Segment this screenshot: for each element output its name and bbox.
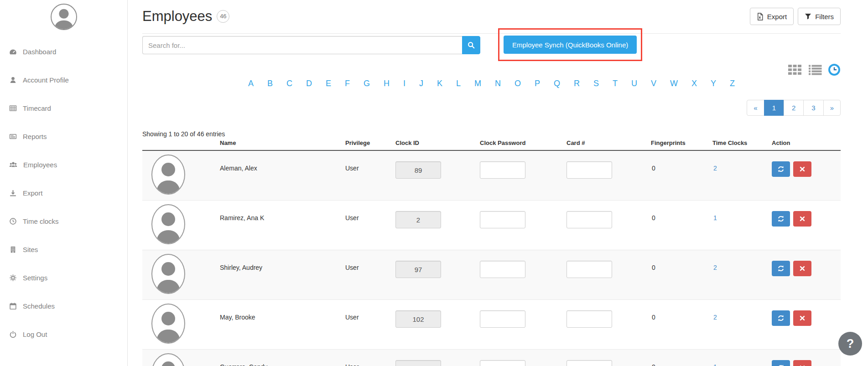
alphabet-letter-Z[interactable]: Z <box>730 79 735 88</box>
alphabet-letter-W[interactable]: W <box>670 79 678 88</box>
alphabet-letter-S[interactable]: S <box>593 79 599 88</box>
clock-id-input[interactable] <box>395 261 441 278</box>
sync-employee-button[interactable] <box>772 360 790 366</box>
sync-employee-button[interactable] <box>772 261 790 276</box>
alphabet-letter-E[interactable]: E <box>326 79 331 88</box>
alphabet-letter-O[interactable]: O <box>515 79 521 88</box>
alphabet-letter-D[interactable]: D <box>306 79 312 88</box>
sidebar-item-employees[interactable]: Employees <box>0 150 127 179</box>
alphabet-letter-G[interactable]: G <box>364 79 370 88</box>
sidebar-item-account-profile[interactable]: Account Profile <box>0 66 127 94</box>
sync-employee-button[interactable] <box>772 161 790 177</box>
pagination-page-2[interactable]: 2 <box>784 100 804 116</box>
entries-summary: Showing 1 to 20 of 46 entries <box>142 130 841 138</box>
alphabet-letter-J[interactable]: J <box>419 79 423 88</box>
sidebar-item-settings[interactable]: Settings <box>0 263 127 292</box>
list-view-icon[interactable] <box>808 64 822 75</box>
sidebar-item-label: Timecard <box>23 104 51 112</box>
delete-employee-button[interactable] <box>793 211 811 227</box>
clock-view-icon[interactable] <box>828 63 841 76</box>
clock-id-input[interactable] <box>395 310 441 328</box>
delete-employee-button[interactable] <box>793 360 811 366</box>
alphabet-letter-X[interactable]: X <box>691 79 697 88</box>
alphabet-letter-B[interactable]: B <box>267 79 273 88</box>
employee-avatar <box>151 304 185 344</box>
column-header-time-clocks: Time Clocks <box>707 139 766 146</box>
sidebar-item-timecard[interactable]: Timecard <box>0 94 127 122</box>
alphabet-letter-I[interactable]: I <box>403 79 405 88</box>
alphabet-letter-H[interactable]: H <box>384 79 390 88</box>
sync-employee-button[interactable] <box>772 310 790 326</box>
sidebar-item-label: Account Profile <box>23 76 69 84</box>
pagination-prev-button[interactable]: « <box>747 100 764 116</box>
column-header-name: Name <box>214 139 340 146</box>
search-group <box>142 36 480 54</box>
alphabet-letter-P[interactable]: P <box>535 79 540 88</box>
clock-id-input[interactable] <box>395 161 441 179</box>
search-button[interactable] <box>462 36 480 54</box>
employee-name: May, Brooke <box>214 300 340 321</box>
pagination-page-1[interactable]: 1 <box>764 100 784 116</box>
fingerprints-count: 0 <box>645 300 707 321</box>
time-clocks-link[interactable]: 2 <box>707 300 717 321</box>
sidebar-item-time-clocks[interactable]: Time clocks <box>0 207 127 235</box>
card-number-input[interactable] <box>567 310 612 328</box>
clock-password-input[interactable] <box>480 310 525 328</box>
sidebar: Dashboard Account Profile Timecard Repor… <box>0 0 128 366</box>
card-number-input[interactable] <box>567 360 612 366</box>
alphabet-letter-C[interactable]: C <box>286 79 292 88</box>
time-clocks-link[interactable]: 2 <box>707 151 717 172</box>
card-number-input[interactable] <box>567 161 612 179</box>
employee-privilege: User <box>340 250 390 271</box>
sidebar-item-sites[interactable]: Sites <box>0 235 127 263</box>
alphabet-letter-M[interactable]: M <box>474 79 481 88</box>
sync-employee-button[interactable] <box>772 211 790 227</box>
alphabet-letter-R[interactable]: R <box>574 79 580 88</box>
export-button[interactable]: Export <box>750 8 794 25</box>
alphabet-letter-Y[interactable]: Y <box>711 79 716 88</box>
sidebar-item-schedules[interactable]: Schedules <box>0 292 127 320</box>
sidebar-item-log-out[interactable]: Log Out <box>0 320 127 348</box>
alphabet-letter-V[interactable]: V <box>651 79 656 88</box>
clock-id-input[interactable] <box>395 211 441 228</box>
card-number-input[interactable] <box>567 211 612 228</box>
employee-synch-button[interactable]: Employee Synch (QuickBooks Online) <box>504 36 637 54</box>
profile-avatar[interactable] <box>51 4 77 30</box>
pagination-next-button[interactable]: » <box>823 100 841 116</box>
alphabet-letter-N[interactable]: N <box>495 79 501 88</box>
clock-password-input[interactable] <box>480 211 525 228</box>
person-silhouette-icon <box>52 5 76 29</box>
search-input[interactable] <box>142 36 462 54</box>
sidebar-item-label: Sites <box>23 246 38 253</box>
clock-password-input[interactable] <box>480 360 525 366</box>
sidebar-item-dashboard[interactable]: Dashboard <box>0 37 127 66</box>
alphabet-letter-U[interactable]: U <box>631 79 637 88</box>
delete-employee-button[interactable] <box>793 261 811 276</box>
clock-password-input[interactable] <box>480 261 525 278</box>
sidebar-item-export[interactable]: Export <box>0 179 127 207</box>
clock-id-input[interactable] <box>395 360 441 366</box>
delete-employee-button[interactable] <box>793 310 811 326</box>
grid-view-icon[interactable] <box>788 64 802 75</box>
help-button[interactable]: ? <box>838 332 862 356</box>
time-clocks-link[interactable]: 2 <box>707 250 717 271</box>
delete-employee-button[interactable] <box>793 161 811 177</box>
alphabet-letter-Q[interactable]: Q <box>554 79 560 88</box>
alphabet-letter-F[interactable]: F <box>345 79 350 88</box>
column-header-avatar <box>142 139 214 146</box>
alphabet-letter-K[interactable]: K <box>437 79 442 88</box>
clock-password-input[interactable] <box>480 161 525 179</box>
calendar-icon <box>9 302 17 310</box>
column-header-privilege: Privilege <box>340 139 390 146</box>
table-icon <box>9 104 17 112</box>
card-number-input[interactable] <box>567 261 612 278</box>
time-clocks-link[interactable]: 1 <box>707 350 717 366</box>
sidebar-item-reports[interactable]: Reports <box>0 122 127 150</box>
alphabet-letter-L[interactable]: L <box>456 79 461 88</box>
alphabet-letter-A[interactable]: A <box>248 79 254 88</box>
time-clocks-link[interactable]: 1 <box>707 201 717 222</box>
pagination-page-3[interactable]: 3 <box>803 100 823 116</box>
filters-button[interactable]: Filters <box>798 8 841 25</box>
employee-avatar <box>151 204 185 244</box>
alphabet-letter-T[interactable]: T <box>613 79 618 88</box>
